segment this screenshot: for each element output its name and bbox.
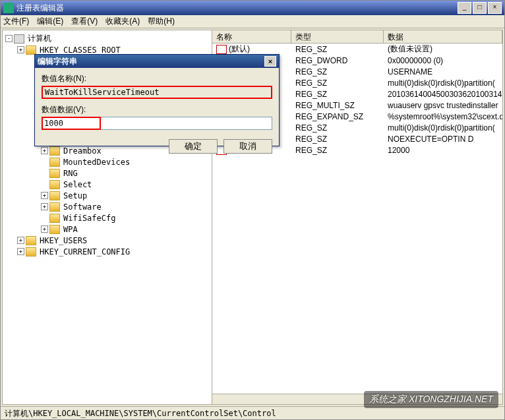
folder-icon (49, 214, 60, 223)
tree-label[interactable]: Software (62, 202, 103, 212)
cancel-button[interactable]: 取消 (223, 139, 272, 154)
tree-label[interactable]: RNG (62, 169, 79, 178)
cell-data: NOEXECUTE=OPTIN D (384, 135, 502, 144)
cell-data: multi(0)disk(0)rdisk(0)partition( (384, 78, 502, 88)
header-type[interactable]: 类型 (291, 30, 384, 43)
tree-item[interactable]: Select (3, 179, 212, 190)
header-data[interactable]: 数据 (384, 30, 502, 43)
folder-icon (26, 45, 36, 55)
dialog-title: 编辑字符串 (38, 56, 264, 67)
menu-help[interactable]: 帮助(H) (148, 16, 175, 27)
menu-file[interactable]: 文件(F) (3, 16, 29, 27)
app-icon (3, 3, 14, 13)
tree-label[interactable]: 计算机 (26, 33, 53, 44)
folder-icon (49, 202, 60, 212)
menu-view[interactable]: 查看(V) (71, 16, 98, 27)
tree-label[interactable]: HKEY_USERS (38, 236, 88, 245)
cell-data: %systemroot%\system32\scext.dll (384, 112, 502, 121)
string-value-icon (216, 45, 227, 54)
folder-icon (49, 225, 60, 234)
cell-type: REG_SZ (291, 135, 384, 144)
tree-item[interactable]: MountedDevices (3, 156, 212, 167)
computer-icon (14, 34, 24, 44)
cell-data: (数值未设置) (384, 44, 502, 55)
menu-favorites[interactable]: 收藏夹(A) (105, 16, 140, 27)
cell-data: multi(0)disk(0)rdisk(0)partition( (384, 123, 502, 133)
expand-icon[interactable]: + (41, 192, 48, 199)
cell-type: REG_DWORD (291, 56, 384, 65)
value-data-input[interactable] (42, 117, 272, 130)
tree-item[interactable]: RNG (3, 167, 212, 179)
cell-type: REG_SZ (291, 78, 384, 88)
cell-data: 0x00000000 (0) (384, 56, 502, 65)
header-name[interactable]: 名称 (212, 30, 291, 43)
minimize-button[interactable]: _ (458, 2, 471, 14)
cell-type: REG_SZ (291, 67, 384, 76)
folder-icon (49, 158, 60, 167)
cell-type: REG_EXPAND_SZ (291, 112, 384, 121)
statusbar: 计算机\HKEY_LOCAL_MACHINE\SYSTEM\CurrentCon… (1, 406, 504, 419)
list-header: 名称 类型 数据 (212, 30, 502, 44)
cell-data: 20103614004500303620100314010622 (384, 90, 502, 99)
cell-name: (默认) (212, 44, 291, 55)
tree-label[interactable]: HKEY_CLASSES_ROOT (38, 45, 122, 55)
cell-data: wuauserv gpsvc trustedinstaller (384, 101, 502, 110)
tree-label[interactable]: Setup (62, 191, 88, 200)
tree-item[interactable]: +Software (3, 201, 212, 212)
list-row[interactable]: (默认)REG_SZ(数值未设置) (212, 44, 502, 55)
menubar: 文件(F) 编辑(E) 查看(V) 收藏夹(A) 帮助(H) (1, 15, 504, 28)
titlebar[interactable]: 注册表编辑器 _ □ × (1, 1, 504, 15)
expand-icon[interactable]: + (17, 237, 24, 244)
menu-edit[interactable]: 编辑(E) (37, 16, 63, 27)
value-data-label: 数值数据(V): (42, 104, 272, 115)
folder-icon (26, 247, 36, 256)
cell-data: USERNAME (384, 67, 502, 76)
tree-item[interactable]: +WPA (3, 224, 212, 235)
cell-type: REG_SZ (291, 45, 384, 54)
expand-icon[interactable]: + (17, 46, 24, 53)
tree-item[interactable]: WifiSafeCfg (3, 212, 212, 224)
window-title: 注册表编辑器 (16, 3, 456, 14)
cell-type: REG_SZ (291, 90, 384, 99)
expand-icon[interactable]: + (17, 248, 24, 255)
tree-item[interactable]: +HKEY_USERS (3, 235, 212, 246)
close-window-button[interactable]: × (488, 2, 502, 14)
tree-label[interactable]: Select (62, 180, 93, 189)
folder-icon (49, 180, 60, 189)
watermark: 系统之家 XITONGZHIJIA.NET (364, 391, 498, 408)
tree-label[interactable]: WifiSafeCfg (62, 214, 117, 223)
value-name-label: 数值名称(N): (42, 73, 272, 84)
cell-data: 12000 (384, 146, 502, 155)
expand-icon[interactable]: + (41, 203, 48, 210)
dialog-close-button[interactable]: × (264, 56, 276, 67)
cell-type: REG_SZ (291, 123, 384, 133)
folder-icon (49, 191, 60, 200)
folder-icon (49, 169, 60, 178)
maximize-button[interactable]: □ (473, 2, 487, 14)
folder-icon (26, 236, 36, 245)
edit-string-dialog: 编辑字符串 × 数值名称(N): 数值数据(V): 确定 取消 (34, 54, 280, 146)
value-name-input (42, 86, 272, 99)
tree-label[interactable]: HKEY_CURRENT_CONFIG (38, 247, 131, 256)
cell-type: REG_MULTI_SZ (291, 101, 384, 110)
collapse-icon[interactable]: - (5, 35, 13, 42)
tree-item[interactable]: +HKEY_CURRENT_CONFIG (3, 246, 212, 257)
ok-button[interactable]: 确定 (169, 139, 218, 154)
tree-label[interactable]: WPA (62, 225, 79, 234)
tree-item[interactable]: +Setup (3, 190, 212, 201)
tree-item[interactable]: -计算机 (3, 33, 212, 44)
dialog-titlebar[interactable]: 编辑字符串 × (35, 55, 279, 68)
cell-type: REG_SZ (291, 146, 384, 155)
expand-icon[interactable]: + (41, 225, 48, 233)
tree-label[interactable]: MountedDevices (62, 158, 131, 167)
